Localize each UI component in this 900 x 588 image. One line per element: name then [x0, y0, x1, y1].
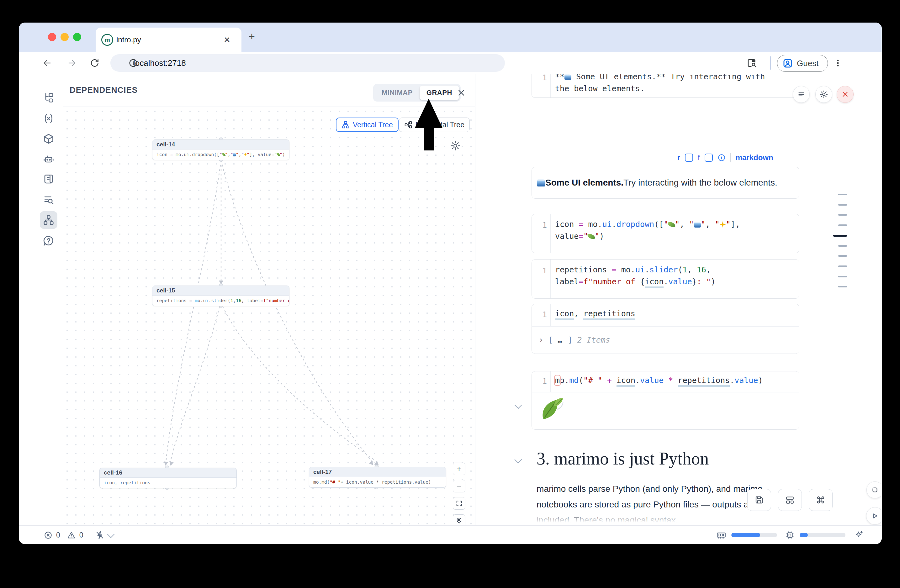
- sidebar-item-dependency-graph[interactable]: [40, 211, 57, 229]
- notebook-settings-button[interactable]: [815, 86, 832, 103]
- panel-close-button[interactable]: [456, 87, 467, 98]
- errors-icon[interactable]: [44, 531, 52, 539]
- zoom-in-button[interactable]: +: [453, 463, 466, 475]
- zoom-out-button[interactable]: −: [453, 480, 466, 492]
- reload-button[interactable]: [88, 56, 102, 70]
- graph-node-cell-14[interactable]: cell-14 icon = mo.ui.dropdown(["", "", "…: [152, 139, 289, 160]
- graph-node-cell-16[interactable]: cell-16 icon, repetitions: [99, 468, 237, 488]
- chevron-down-icon[interactable]: [107, 530, 115, 538]
- graph-settings-button[interactable]: [450, 141, 461, 151]
- sidebar-item-variables[interactable]: [40, 110, 57, 127]
- sidebar-item-packages[interactable]: [40, 130, 57, 148]
- code-line: value=""): [555, 232, 796, 241]
- minimap-marker[interactable]: [838, 245, 847, 247]
- scroll-minimap[interactable]: [833, 74, 847, 525]
- error-count: 0: [56, 531, 60, 539]
- tab-search-button[interactable]: [745, 56, 759, 70]
- ai-sparkle-icon[interactable]: [854, 530, 864, 540]
- line-number: 1: [532, 310, 547, 319]
- sidebar-item-table-search[interactable]: [40, 191, 57, 209]
- layout-button[interactable]: [778, 489, 802, 511]
- bottom-fade: [475, 511, 882, 525]
- cell-footer-toolbar: r f markdown: [678, 153, 773, 162]
- forward-button[interactable]: [65, 56, 79, 70]
- profile-button[interactable]: Guest: [777, 55, 828, 72]
- close-window-button[interactable]: [48, 33, 56, 41]
- minimize-window-button[interactable]: [61, 33, 69, 41]
- minimap-marker[interactable]: [838, 276, 847, 277]
- minimap-marker[interactable]: [838, 224, 847, 226]
- sidebar-item-ai-chat[interactable]: [40, 150, 57, 168]
- sidebar-item-help[interactable]: [40, 232, 57, 249]
- gutter-divider: [550, 371, 551, 392]
- code-cell-slider[interactable]: 1 repetitions = mo.ui.slider(1, 16, labe…: [532, 259, 799, 299]
- code-cell-momd[interactable]: 1 mo.md("# " + icon.value * repetitions.…: [532, 371, 799, 430]
- collapse-cell-chevron-icon[interactable]: [514, 401, 522, 409]
- layout-icon: [785, 495, 794, 504]
- cell-language-label[interactable]: markdown: [736, 153, 773, 162]
- browser-tab[interactable]: m intro.py ✕: [96, 28, 242, 52]
- minimap-marker[interactable]: [838, 255, 847, 257]
- autorun-disabled-icon[interactable]: [95, 531, 104, 540]
- sidebar-item-documentation[interactable]: [40, 170, 57, 188]
- search-list-icon: [43, 194, 54, 205]
- memory-usage-fill: [731, 533, 760, 537]
- markdown-editor-cell[interactable]: 1 ** Some UI elements.** Try interacting…: [532, 74, 799, 98]
- code-cell-dropdown[interactable]: 1 icon = mo.ui.dropdown(["", "", ""], va…: [532, 214, 799, 253]
- format-checkbox[interactable]: [704, 153, 713, 162]
- minimap-marker[interactable]: [838, 266, 847, 267]
- line-number: 1: [532, 266, 547, 275]
- shutdown-button[interactable]: [836, 86, 853, 103]
- stop-kernel-button[interactable]: [866, 481, 882, 498]
- close-icon: [841, 90, 849, 98]
- minimap-marker[interactable]: [838, 194, 847, 195]
- close-icon: [456, 88, 466, 97]
- locate-node-button[interactable]: [453, 514, 466, 527]
- save-button[interactable]: [747, 489, 771, 511]
- node-title: cell-17: [309, 467, 446, 477]
- minimap-marker[interactable]: [838, 214, 847, 216]
- collapsed-output[interactable]: › [ … ] 2 Items: [539, 335, 796, 345]
- vertical-tree-button[interactable]: Vertical Tree: [336, 118, 399, 132]
- tab-title: intro.py: [116, 36, 141, 44]
- tab-search-icon: [747, 58, 757, 68]
- tab-close-icon[interactable]: ✕: [222, 35, 232, 45]
- zoom-out-label: −: [456, 481, 462, 491]
- dependency-graph-canvas[interactable]: [63, 107, 475, 526]
- sidebar-item-file-explorer[interactable]: [40, 89, 57, 107]
- site-info-icon: [129, 58, 138, 68]
- tab-minimap[interactable]: MINIMAP: [375, 85, 420, 100]
- save-icon: [754, 495, 764, 504]
- run-cells-button[interactable]: [866, 507, 882, 525]
- line-number: 1: [532, 377, 547, 386]
- cpu-usage-fill: [800, 533, 808, 537]
- node-code: icon, repetitions: [100, 478, 236, 487]
- keyboard-shortcuts-button[interactable]: [809, 489, 833, 511]
- forward-icon: [67, 58, 77, 68]
- minimap-marker-active[interactable]: [833, 235, 847, 237]
- horizontal-tree-button[interactable]: Horizontal Tree: [399, 118, 470, 132]
- minimap-marker[interactable]: [838, 204, 847, 206]
- reactive-checkbox[interactable]: [685, 153, 693, 162]
- code-cell-tuple[interactable]: 1 icon, repetitions › [ … ] 2 Items: [532, 304, 799, 354]
- dependency-graph-icon: [43, 214, 54, 226]
- info-icon[interactable]: [717, 153, 726, 162]
- graph-node-cell-15[interactable]: cell-15 repetitions = mo.ui.slider(1, 16…: [152, 286, 289, 306]
- command-icon: [816, 495, 826, 504]
- graph-node-cell-17[interactable]: cell-17 mo.md("# " + icon.value * repeti…: [309, 467, 446, 488]
- browser-menu-button[interactable]: [831, 56, 845, 70]
- panel-view-switch: MINIMAP GRAPH: [373, 84, 461, 102]
- section-heading: 3. marimo is just Python: [537, 449, 709, 469]
- back-button[interactable]: [40, 56, 54, 70]
- address-bar[interactable]: localhost:2718: [110, 54, 505, 72]
- tab-graph[interactable]: GRAPH: [420, 85, 459, 100]
- fit-view-button[interactable]: [453, 497, 466, 510]
- code-line: icon = mo.ui.dropdown(["", "", ""],: [555, 220, 796, 229]
- notebook-menu-button[interactable]: [793, 86, 810, 103]
- new-tab-button[interactable]: +: [247, 31, 257, 41]
- profile-avatar-icon: [782, 58, 793, 69]
- zoom-window-button[interactable]: [73, 33, 81, 41]
- warnings-icon[interactable]: [67, 531, 76, 539]
- collapse-section-chevron-icon[interactable]: [514, 456, 522, 463]
- minimap-marker[interactable]: [838, 286, 847, 288]
